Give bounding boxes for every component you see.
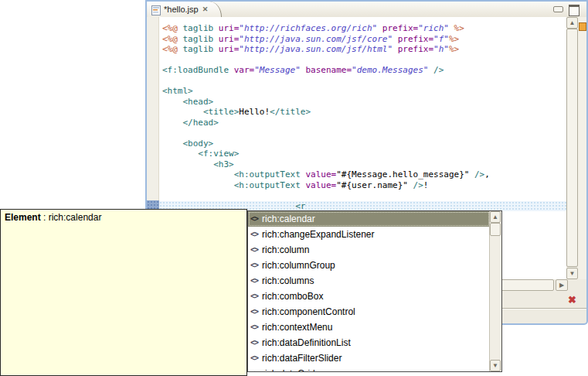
popup-scroll-down-button[interactable]: ▼ — [490, 360, 501, 371]
tooltip-separator: : — [41, 212, 49, 223]
tag-icon: <> — [250, 289, 258, 304]
tag-icon: <> — [250, 304, 258, 320]
completion-item-label: rich:columnGroup — [262, 258, 335, 273]
completion-item-label: rich:dataGrid — [262, 366, 315, 372]
code-line[interactable]: <title>Hello!</title> — [162, 107, 566, 118]
completion-item[interactable]: <>rich:columnGroup — [248, 258, 490, 273]
scroll-up-button[interactable]: ▲ — [566, 17, 578, 29]
scroll-down-button[interactable]: ▼ — [566, 268, 578, 279]
completion-item-label: rich:dataFilterSlider — [262, 350, 342, 366]
code-line[interactable]: <h:outputText value="#{user.name}" />! — [162, 180, 566, 191]
editor-tab-bar: *hello.jsp ✕ — [147, 2, 586, 18]
completion-item[interactable]: <>rich:calendar — [248, 211, 490, 227]
code-line[interactable]: <html> — [162, 86, 566, 97]
tag-icon: <> — [250, 242, 258, 258]
completion-item-label: rich:columns — [262, 273, 314, 289]
vertical-scrollbar[interactable]: ▲ ▼ — [566, 17, 578, 279]
completion-item-label: rich:changeExpandListener — [262, 227, 374, 242]
code-line[interactable]: <f:loadBundle var="Message" basename="de… — [162, 65, 566, 76]
tag-icon: <> — [250, 258, 258, 273]
completion-list: <>rich:calendar<>rich:changeExpandListen… — [248, 211, 490, 371]
vertical-scrollbar-thumb[interactable] — [566, 29, 578, 267]
popup-scrollbar-thumb[interactable] — [490, 223, 501, 236]
tag-icon: <> — [250, 366, 258, 372]
tag-icon: <> — [250, 227, 258, 242]
code-lines: <%@ taglib uri="http://richfaces.org/ric… — [159, 17, 566, 211]
tag-icon: <> — [250, 350, 258, 366]
code-line[interactable] — [162, 76, 566, 87]
completion-item[interactable]: <>rich:columns — [248, 273, 490, 289]
element-doc-tooltip: Element : rich:calendar — [0, 209, 247, 376]
code-line[interactable]: <%@ taglib uri="http://richfaces.org/ric… — [162, 23, 566, 34]
completion-item-label: rich:contextMenu — [262, 320, 332, 335]
code-line[interactable]: <%@ taglib uri="http://java.sun.com/jsf/… — [162, 44, 566, 55]
error-close-icon[interactable]: ✖ — [568, 294, 576, 306]
popup-scrollbar[interactable]: ▲ ▼ — [489, 211, 501, 371]
annotation-marker[interactable] — [579, 22, 586, 31]
completion-item[interactable]: <>rich:dataFilterSlider — [248, 350, 490, 366]
code-line[interactable] — [162, 190, 566, 201]
code-line[interactable]: <f:view> — [162, 149, 566, 159]
code-line[interactable] — [162, 128, 566, 138]
completion-item-label: rich:comboBox — [262, 289, 323, 304]
popup-scroll-up-button[interactable]: ▲ — [490, 211, 501, 223]
completion-item[interactable]: <>rich:column — [248, 242, 490, 258]
content-assist-popup: <>rich:calendar<>rich:changeExpandListen… — [247, 210, 502, 372]
completion-item-label: rich:column — [262, 242, 309, 258]
annotation-ruler — [578, 17, 586, 279]
completion-item-label: rich:componentControl — [262, 304, 355, 320]
code-line[interactable] — [162, 55, 566, 66]
code-line[interactable]: </head> — [162, 118, 566, 128]
tab-title: *hello.jsp — [164, 5, 199, 14]
minimize-icon[interactable] — [553, 6, 563, 12]
completion-item[interactable]: <>rich:dataGrid — [248, 366, 490, 372]
completion-item[interactable]: <>rich:changeExpandListener — [248, 227, 490, 242]
tooltip-label: Element — [5, 212, 41, 223]
tooltip-value: rich:calendar — [49, 212, 102, 223]
completion-item[interactable]: <>rich:dataDefinitionList — [248, 335, 490, 350]
scroll-right-button[interactable]: ▶ — [556, 279, 568, 291]
jsp-file-icon — [151, 5, 161, 15]
tab-close-icon[interactable]: ✕ — [202, 5, 209, 13]
tag-icon: <> — [250, 320, 258, 335]
tab-hello-jsp[interactable]: *hello.jsp ✕ — [148, 2, 222, 17]
completion-item[interactable]: <>rich:contextMenu — [248, 320, 490, 335]
tag-icon: <> — [250, 211, 258, 227]
maximize-icon[interactable] — [569, 5, 580, 16]
code-line[interactable]: <%@ taglib uri="http://java.sun.com/jsf/… — [162, 34, 566, 45]
completion-item[interactable]: <>rich:componentControl — [248, 304, 490, 320]
completion-item-label: rich:calendar — [262, 211, 315, 227]
completion-item-label: rich:dataDefinitionList — [262, 335, 351, 350]
tag-icon: <> — [250, 273, 258, 289]
code-line[interactable]: <head> — [162, 97, 566, 108]
tag-icon: <> — [250, 335, 258, 350]
completion-item[interactable]: <>rich:comboBox — [248, 289, 490, 304]
code-line[interactable]: <h:outputText value="#{Message.hello_mes… — [162, 169, 566, 180]
code-line[interactable]: <body> — [162, 138, 566, 149]
code-line[interactable]: <h3> — [162, 159, 566, 170]
